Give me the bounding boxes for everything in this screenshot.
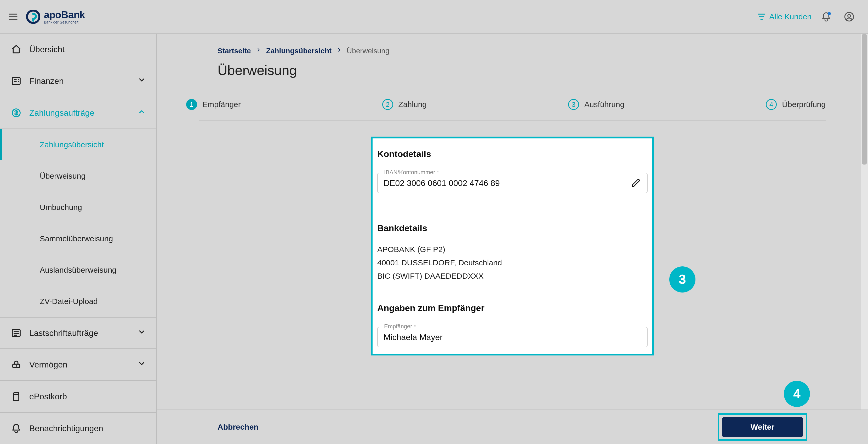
topbar: apoBank Bank der Gesundheit Alle Kunden: [0, 0, 868, 33]
sidebar-item-label: Finanzen: [29, 76, 64, 86]
breadcrumb: Startseite Zahlungsübersicht Überweisung: [218, 46, 807, 55]
page-header: Startseite Zahlungsübersicht Überweisung…: [157, 34, 868, 89]
step-number: 3: [568, 99, 579, 110]
brand-logo[interactable]: apoBank Bank der Gesundheit: [26, 9, 85, 24]
sidebar-item-zahlungsaufträge[interactable]: Zahlungsaufträge: [0, 97, 156, 129]
chevron-down-icon: [137, 76, 146, 86]
sidebar-item-übersicht[interactable]: Übersicht: [0, 33, 156, 65]
main-area: Startseite Zahlungsübersicht Überweisung…: [157, 33, 868, 444]
sidebar-item-label: Benachrichtigungen: [29, 423, 103, 433]
sidebar-item-benachrichtigungen[interactable]: Benachrichtigungen: [0, 413, 156, 444]
svg-point-2: [848, 14, 851, 17]
hamburger-icon: [8, 11, 18, 22]
svg-point-1: [845, 12, 854, 21]
step-4[interactable]: 4Überprüfung: [766, 99, 826, 110]
sidebar-subitem-umbuchung[interactable]: Umbuchung: [0, 192, 156, 223]
customer-filter-label: Alle Kunden: [769, 12, 811, 21]
brand-name: apoBank: [44, 9, 85, 21]
sidebar-item-label: Lastschriftaufträge: [29, 328, 98, 338]
chevron-down-icon: [137, 328, 146, 338]
bell-icon: [10, 422, 22, 434]
step-1[interactable]: 1Empfänger: [186, 99, 241, 110]
sidebar-item-label: Vermögen: [29, 360, 67, 370]
next-button[interactable]: Weiter: [722, 417, 803, 437]
user-circle-icon: [844, 11, 855, 22]
bank-details: APOBANK (GF P2) 40001 DUSSELDORF, Deutsc…: [377, 243, 648, 283]
step-label: Empfänger: [203, 100, 241, 109]
sidebar-subitem-sammelüberweisung[interactable]: Sammelüberweisung: [0, 223, 156, 254]
recipient-field[interactable]: Empfänger *: [377, 327, 648, 347]
recipient-input[interactable]: [383, 331, 621, 342]
debits-icon: [10, 327, 22, 339]
sidebar-subitem-auslandsüberweisung[interactable]: Auslandsüberweisung: [0, 254, 156, 286]
recipient-label: Empfänger *: [382, 323, 417, 330]
finance-icon: [10, 75, 22, 87]
step-3[interactable]: 3Ausführung: [568, 99, 624, 110]
scrollbar[interactable]: [861, 34, 868, 444]
step-label: Zahlung: [398, 100, 427, 109]
breadcrumb-link-home[interactable]: Startseite: [218, 47, 251, 55]
wealth-icon: [10, 359, 22, 370]
bank-bic: BIC (SWIFT) DAAEDEDDXXX: [377, 269, 648, 283]
menu-toggle-button[interactable]: [6, 10, 20, 24]
breadcrumb-current: Überweisung: [347, 47, 389, 55]
footer: Abbrechen Weiter: [157, 410, 868, 444]
sidebar-subitem-zv-datei-upload[interactable]: ZV-Datei-Upload: [0, 286, 156, 317]
sidebar-item-label: ePostkorb: [29, 392, 67, 402]
section-title-bank: Bankdetails: [377, 223, 648, 233]
brand-tagline: Bank der Gesundheit: [44, 20, 85, 24]
sidebar-subitem-zahlungsübersicht[interactable]: Zahlungsübersicht: [0, 129, 156, 160]
page-title: Überweisung: [218, 62, 807, 78]
sidebar-item-label: Übersicht: [29, 45, 65, 54]
mail-icon: [10, 391, 22, 402]
sidebar-item-epostkorb[interactable]: ePostkorb: [0, 381, 156, 413]
step-number: 1: [186, 99, 197, 110]
content-card: 1Empfänger2Zahlung3Ausführung4Überprüfun…: [178, 89, 847, 355]
section-title-recipient: Angaben zum Empfänger: [377, 303, 648, 313]
apobank-logo-icon: [26, 10, 40, 24]
wizard-stepper: 1Empfänger2Zahlung3Ausführung4Überprüfun…: [178, 89, 847, 121]
sidebar-item-vermögen[interactable]: Vermögen: [0, 349, 156, 381]
bank-name: APOBANK (GF P2): [377, 243, 648, 256]
chevron-up-icon: [137, 108, 146, 118]
step-2[interactable]: 2Zahlung: [382, 99, 427, 110]
sidebar-item-lastschriftaufträge[interactable]: Lastschriftaufträge: [0, 317, 156, 349]
sidebar-subitem-überweisung[interactable]: Überweisung: [0, 160, 156, 192]
section-title-konto: Kontodetails: [377, 149, 648, 159]
iban-label: IBAN/Kontonummer *: [382, 169, 440, 176]
sidebar: ÜbersichtFinanzenZahlungsaufträgeZahlung…: [0, 33, 157, 444]
divider: [199, 121, 826, 121]
iban-input[interactable]: [383, 177, 621, 188]
step-label: Ausführung: [584, 100, 624, 109]
home-icon: [10, 44, 22, 55]
sidebar-item-finanzen[interactable]: Finanzen: [0, 65, 156, 97]
chevron-right-icon: [337, 46, 341, 55]
step-number: 2: [382, 99, 393, 110]
customer-filter-button[interactable]: Alle Kunden: [757, 12, 811, 21]
payments-icon: [10, 107, 22, 118]
sidebar-item-label: Zahlungsaufträge: [29, 108, 94, 118]
breadcrumb-link-overview[interactable]: Zahlungsübersicht: [266, 47, 332, 55]
edit-icon[interactable]: [631, 178, 641, 188]
iban-field[interactable]: IBAN/Kontonummer *: [377, 173, 648, 193]
chevron-down-icon: [137, 360, 146, 370]
step-number: 4: [766, 99, 777, 110]
sidebar-submenu-payments: ZahlungsübersichtÜberweisungUmbuchungSam…: [0, 129, 156, 317]
next-button-highlight: Weiter: [718, 413, 807, 441]
form-panel: Kontodetails IBAN/Kontonummer * Bankdeta…: [371, 137, 654, 355]
bank-address: 40001 DUSSELDORF, Deutschland: [377, 256, 648, 269]
step-label: Überprüfung: [782, 100, 826, 109]
callout-3: 3: [669, 266, 695, 293]
profile-button[interactable]: [841, 8, 858, 25]
chevron-right-icon: [256, 46, 261, 55]
filter-icon: [757, 12, 766, 21]
notifications-button[interactable]: [818, 8, 835, 25]
notification-badge: [828, 12, 831, 15]
callout-4: 4: [784, 381, 810, 407]
cancel-button[interactable]: Abbrechen: [218, 422, 258, 432]
